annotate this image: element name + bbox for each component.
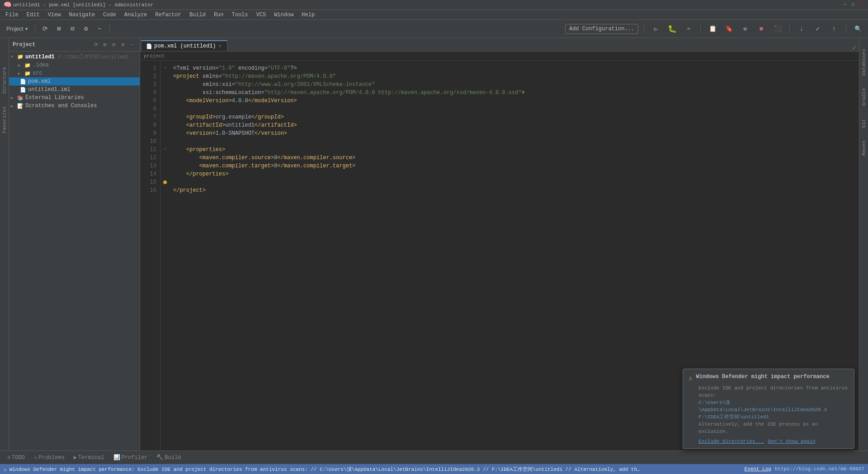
vcs-update-btn[interactable]: ↓ (795, 23, 808, 35)
problems-tab[interactable]: ⚠ Problems (30, 452, 68, 463)
build-tab[interactable]: 🔨 Build (153, 452, 184, 463)
coverage-button[interactable]: ☂ (682, 23, 695, 35)
gutter-dot-15 (160, 178, 170, 186)
status-bar: ⚠ Windows Defender might impact performa… (0, 464, 868, 474)
bookmark-btn[interactable]: 🔖 (722, 23, 735, 35)
profiler-tab[interactable]: 📊 Profiler (110, 452, 151, 463)
vcs-push-btn[interactable]: ↑ (828, 23, 840, 35)
menu-help[interactable]: Help (298, 11, 318, 19)
menu-build[interactable]: Build (186, 11, 209, 19)
toolbar-divider-1 (35, 24, 35, 33)
sidebar-filter-btn[interactable]: ⊟ (110, 41, 118, 49)
project-tree: ▼ 📁 untitled1 F:\IDEA工作空间\untitled1 ▶ 📁 … (9, 52, 140, 450)
breadcrumbs-btn[interactable]: 📋 (706, 23, 719, 35)
sidebar-settings-btn[interactable]: ⚙ (119, 41, 127, 49)
toolbar-divider-6 (846, 24, 846, 33)
sidebar-title: Project (13, 42, 35, 48)
menu-window[interactable]: Window (270, 11, 297, 19)
tree-item-iml[interactable]: 📄 untitled1.iml (9, 85, 140, 94)
tree-item-scratches[interactable]: ▶ 📝 Scratches and Consoles (9, 102, 140, 110)
build-toolbar-btn[interactable]: ⚒ (739, 23, 751, 35)
menu-edit[interactable]: Edit (23, 11, 43, 19)
search-everywhere-btn[interactable]: 🔍 (852, 23, 864, 35)
sidebar-sync-btn[interactable]: ⟳ (92, 41, 100, 49)
databases-panel-tab[interactable]: Databases (860, 47, 868, 77)
terminal-tab[interactable]: ▶ Terminal (70, 452, 108, 463)
notification-path-2: F:\IDEA工作空间\untitled1 (698, 414, 769, 420)
tree-item-untitled1[interactable]: ▼ 📁 untitled1 F:\IDEA工作空间\untitled1 (9, 52, 140, 61)
menu-navigate[interactable]: Navigate (65, 11, 99, 19)
sidebar-close-btn[interactable]: − (128, 41, 136, 49)
settings-btn[interactable]: ⚙ (80, 23, 92, 35)
tree-item-external-libs[interactable]: ▶ 📚 External Libraries (9, 94, 140, 102)
menu-refactor[interactable]: Refactor (151, 11, 185, 19)
menu-analyze[interactable]: Analyze (121, 11, 151, 19)
filter-btn[interactable]: ⊟ (66, 23, 79, 35)
favorites-panel-tab[interactable]: Favorites (1, 104, 8, 135)
menu-file[interactable]: File (2, 11, 22, 19)
add-config-btn[interactable]: Add Configuration... (565, 24, 638, 34)
structure-panel-tab[interactable]: Structure (1, 65, 8, 95)
warning-icon: ⚠ (4, 466, 7, 472)
folder-icon: 📁 (24, 62, 31, 68)
toolbar-divider-2 (109, 24, 110, 33)
expand-arrow-icon: ▶ (11, 104, 15, 108)
menu-vcs[interactable]: VCS (253, 11, 270, 19)
breadcrumb: project (140, 52, 859, 61)
minimize-button[interactable]: − (842, 2, 848, 8)
exclude-directories-link[interactable]: Exclude directories... (698, 439, 764, 444)
tab-pom-xml[interactable]: 📄 pom.xml (untitled1) × (141, 40, 227, 51)
build-label: Build (165, 455, 181, 461)
minimize-view-btn[interactable]: − (93, 23, 106, 35)
terminal-toolbar-btn[interactable]: ⬛ (771, 23, 784, 35)
menu-tools[interactable]: Tools (228, 11, 252, 19)
tree-item-pom[interactable]: 📄 pom.xml (9, 77, 140, 85)
notification-body-text: Exclude IDE and project directories from… (698, 385, 848, 398)
tree-item-idea[interactable]: ▶ 📁 .idea (9, 61, 140, 69)
problems-label: Problems (38, 455, 65, 461)
tree-item-label: pom.xml (28, 78, 51, 85)
menu-code[interactable]: Code (99, 11, 120, 19)
notification-footer-text: Alternatively, add the IDE process as an… (698, 422, 818, 434)
editor-tab-bar: 📄 pom.xml (untitled1) × (140, 38, 859, 52)
vcs-commit-btn[interactable]: ✓ (811, 23, 824, 35)
debug-button[interactable]: 🐛 (666, 23, 679, 35)
todo-tab[interactable]: ≡ TODO (4, 453, 28, 463)
src-folder-icon: 📁 (24, 71, 31, 76)
terminal-label: Terminal (78, 455, 104, 461)
expand-arrow-icon: ▶ (18, 63, 23, 67)
layout-btn[interactable]: ⊞ (52, 23, 65, 35)
dont-show-again-link[interactable]: Don't show again (768, 439, 816, 444)
maven-panel-tab[interactable]: Maven (860, 139, 868, 157)
status-message-area: ⚠ Windows Defender might impact performa… (4, 466, 742, 473)
run-button[interactable]: ▶ (650, 23, 662, 35)
tab-label: pom.xml (untitled1) (154, 43, 216, 49)
stop-btn[interactable]: ■ (755, 23, 768, 35)
menu-run[interactable]: Run (210, 11, 227, 19)
status-right: Event Log https://blog.csdn.net/m0-50037 (745, 466, 864, 472)
close-button[interactable]: × (858, 2, 864, 8)
project-dropdown[interactable]: Project ▼ (4, 25, 31, 33)
maximize-button[interactable]: □ (850, 2, 856, 8)
title-bar: 🧠 untitled1 - pom.xml [untitled1] - Admi… (0, 0, 868, 10)
tab-close-button[interactable]: × (218, 44, 222, 49)
notification-warning-icon: ⚠ (689, 374, 692, 382)
tree-item-src[interactable]: ▶ 📁 src (9, 69, 140, 77)
sidebar-header: Project ⟳ ⊞ ⊟ ⚙ − (9, 38, 140, 52)
terminal-icon: ▶ (74, 454, 77, 461)
toolbar: Project ▼ ⟳ ⊞ ⊟ ⚙ − Add Configuration...… (0, 20, 868, 38)
event-log-link[interactable]: Event Log (745, 466, 771, 472)
folder-open-icon: 📁 (17, 54, 24, 60)
library-icon: 📚 (17, 95, 24, 101)
menu-view[interactable]: View (44, 11, 65, 19)
gutter-fold-1[interactable]: − (160, 64, 170, 72)
git-panel-tab[interactable]: Git (860, 117, 868, 130)
problems-icon: ⚠ (34, 454, 37, 461)
sidebar-layout-btn[interactable]: ⊞ (101, 41, 109, 49)
sync-btn[interactable]: ⟳ (39, 23, 52, 35)
menu-bar: File Edit View Navigate Code Analyze Ref… (0, 10, 868, 20)
gradle-panel-tab[interactable]: Gradle (860, 86, 868, 108)
sidebar-toolbar: ⟳ ⊞ ⊟ ⚙ − (92, 41, 136, 49)
gutter-fold-11[interactable]: − (160, 146, 170, 154)
profiler-icon: 📊 (113, 454, 120, 461)
